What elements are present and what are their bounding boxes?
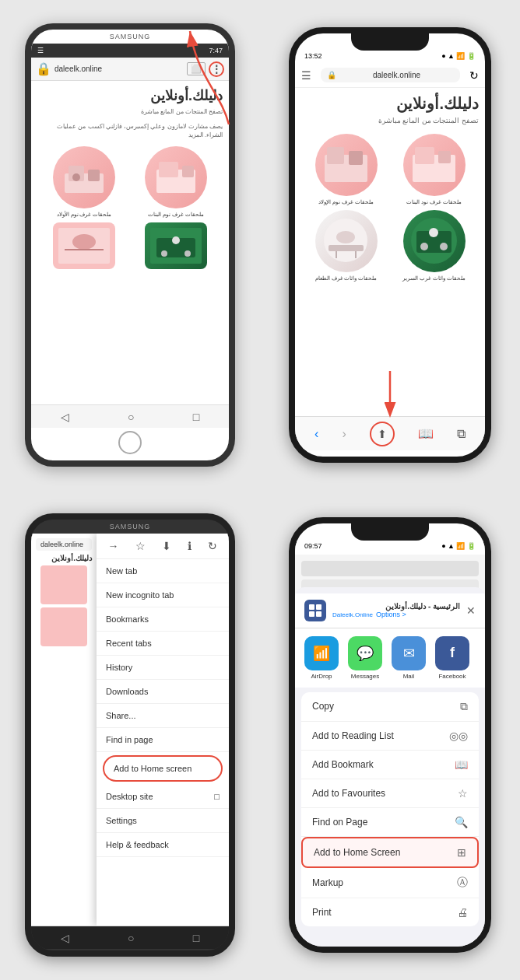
status-time-2: 13:52 — [304, 52, 322, 61]
svg-rect-5 — [159, 162, 178, 177]
share-app-messages[interactable]: 💬 Messages — [348, 636, 382, 680]
menu-history[interactable]: History — [97, 656, 229, 680]
share-options-1[interactable]: Options > — [376, 611, 406, 618]
share-site-info-1: الرئيسية - دليلك.أونلاين Daleelk.Online … — [332, 602, 460, 618]
refresh-icon-2[interactable]: ↻ — [208, 540, 217, 552]
svg-rect-2 — [88, 170, 100, 181]
back-icon-2[interactable]: ‹ — [314, 427, 318, 441]
share-app-airdrop[interactable]: 📶 AirDrop — [304, 636, 339, 680]
browser-content-1: دليلك.أونلاين تصفح المنتجات من المانع مب… — [31, 81, 229, 275]
forward-icon-1[interactable]: › — [342, 427, 346, 441]
home-icon-2[interactable]: ○ — [128, 932, 134, 944]
android-url-bar-1[interactable]: 🔒 daleelk.online ⬜ ⋮ — [31, 58, 229, 81]
lock-icon-1: 🔒 — [36, 61, 51, 76]
home-icon-1[interactable]: ○ — [128, 411, 134, 423]
recents-icon-2[interactable]: □ — [193, 932, 199, 944]
home-button-1[interactable] — [118, 431, 142, 454]
menu-new-tab[interactable]: New tab — [97, 559, 229, 583]
room-label-6: ملحقات غرف نود البنات — [406, 199, 462, 205]
svg-point-31 — [429, 228, 438, 237]
action-find-on-page[interactable]: Find on Page 🔍 — [301, 808, 479, 837]
menu-dots-btn-1[interactable]: ⋮ — [209, 61, 224, 77]
svg-point-14 — [172, 236, 180, 244]
hamburger-icon-1[interactable]: ☰ — [301, 69, 311, 82]
room-item-1: ملحقات غرف نوم الأولاد — [40, 146, 128, 218]
recents-icon-1[interactable]: □ — [193, 411, 199, 423]
svg-point-29 — [420, 243, 428, 250]
menu-help[interactable]: Help & feedback — [97, 833, 229, 857]
room-item-8: ملحقات واثاث غرب السرير — [392, 210, 476, 282]
site-desc-3: تصفح المنتجات من المانع مباشرة — [301, 116, 479, 126]
android-phone-1: SAMSUNG ☰ 7:47 🔒 daleelk.online ⬜ ⋮ دليل… — [25, 23, 235, 467]
action-print[interactable]: Print 🖨 — [301, 898, 479, 926]
arrow-back-icon[interactable]: → — [108, 540, 119, 552]
info-icon[interactable]: ℹ — [188, 540, 191, 552]
share-site-url-1: Daleelk.Online — [332, 611, 373, 618]
menu-downloads[interactable]: Downloads — [97, 680, 229, 704]
bg-url-1: daleelk.online — [36, 538, 92, 551]
android-phone-2: SAMSUNG ☰ 7:40 daleelk.online دليلك.أونل… — [25, 513, 235, 957]
lock-icon-2: 🔒 — [327, 71, 336, 79]
room-img-2 — [145, 146, 207, 208]
site-title-2: دليلك.أونلاين — [301, 94, 479, 113]
find-on-page-label: Find on Page — [312, 817, 367, 828]
mail-icon: ✉ — [392, 636, 426, 670]
room-label-5: ملحقات غرف نوم الإولاد — [318, 199, 374, 205]
svg-point-13 — [184, 250, 191, 257]
menu-settings[interactable]: Settings — [97, 809, 229, 833]
menu-bookmarks[interactable]: Bookmarks — [97, 607, 229, 632]
bg-title-1: دليلك.أونلاين — [36, 554, 92, 562]
menu-incognito[interactable]: New incognito tab — [97, 583, 229, 607]
share-close-btn[interactable]: ✕ — [466, 604, 476, 617]
messages-icon: 💬 — [348, 636, 382, 670]
reading-list-icon-1[interactable]: 📖 — [418, 426, 434, 441]
samsung-label-2: SAMSUNG — [31, 520, 229, 534]
room-item-6: ملحقات غرف نود البنات — [392, 134, 476, 205]
copy-icon: ⧉ — [460, 700, 468, 713]
room-img-8 — [403, 210, 466, 272]
action-reading-list[interactable]: Add to Reading List ◎◎ — [301, 722, 479, 751]
share-app-facebook[interactable]: f Facebook — [435, 636, 469, 680]
room-item-4 — [132, 222, 220, 269]
room-item-7: ملحقات واثاث غرف الطعام — [304, 210, 388, 282]
svg-rect-34 — [309, 604, 314, 610]
tab-icon-1[interactable]: ⬜ — [187, 62, 206, 75]
action-markup[interactable]: Markup Ⓐ — [301, 868, 479, 898]
facebook-icon: f — [435, 636, 469, 670]
bg-img-2 — [40, 607, 87, 646]
room-img-7 — [315, 210, 378, 272]
facebook-label: Facebook — [438, 673, 466, 680]
bg-bar — [301, 561, 479, 576]
refresh-icon-1[interactable]: ↻ — [469, 69, 479, 82]
iphone-nav-bar-1: ‹ › ⬆ 📖 ⧉ — [295, 416, 485, 450]
airdrop-label: AirDrop — [311, 673, 332, 680]
action-add-favourites[interactable]: Add to Favourites ☆ — [301, 779, 479, 808]
share-apps-row-1: 📶 AirDrop 💬 Messages ✉ Mail — [295, 628, 485, 688]
tabs-icon-1[interactable]: ⧉ — [457, 427, 466, 441]
iphone-content-1: دليلك.أونلاين تصفح المنتجات من المانع مب… — [295, 88, 485, 288]
star-icon[interactable]: ☆ — [135, 540, 146, 552]
menu-desktop-site[interactable]: Desktop site□ — [97, 785, 229, 809]
menu-add-home-screen[interactable]: Add to Home screen — [103, 755, 223, 782]
menu-recent-tabs[interactable]: Recent tabs — [97, 632, 229, 656]
action-copy[interactable]: Copy ⧉ — [301, 692, 479, 722]
safari-url-bar-1[interactable]: 🔒 daleelk.online — [321, 68, 460, 82]
back-icon-3[interactable]: ◁ — [61, 932, 69, 944]
copy-label: Copy — [312, 701, 334, 712]
room-img-4 — [145, 222, 207, 269]
room-img-1 — [53, 146, 115, 208]
svg-point-23 — [336, 231, 355, 243]
menu-share[interactable]: Share... — [97, 704, 229, 728]
room-img-3 — [53, 222, 115, 269]
svg-rect-36 — [309, 611, 314, 617]
download-icon[interactable]: ⬇ — [162, 540, 171, 552]
share-app-mail[interactable]: ✉ Mail — [392, 636, 426, 680]
share-btn-1[interactable]: ⬆ — [370, 422, 395, 446]
top-right-quadrant: 13:52 ● ▲ 📶 🔋 ☰ 🔒 daleelk.online ↻ دليلك… — [260, 0, 520, 490]
menu-find-in-page[interactable]: Find in page — [97, 728, 229, 752]
iphone-notch-1 — [351, 33, 429, 51]
action-add-home-screen[interactable]: Add to Home Screen ⊞ — [301, 837, 479, 868]
iphone-status-2: 09:57 ● ▲ 📶 🔋 — [295, 541, 485, 555]
action-add-bookmark[interactable]: Add Bookmark 📖 — [301, 751, 479, 779]
back-icon-1[interactable]: ◁ — [61, 411, 69, 423]
